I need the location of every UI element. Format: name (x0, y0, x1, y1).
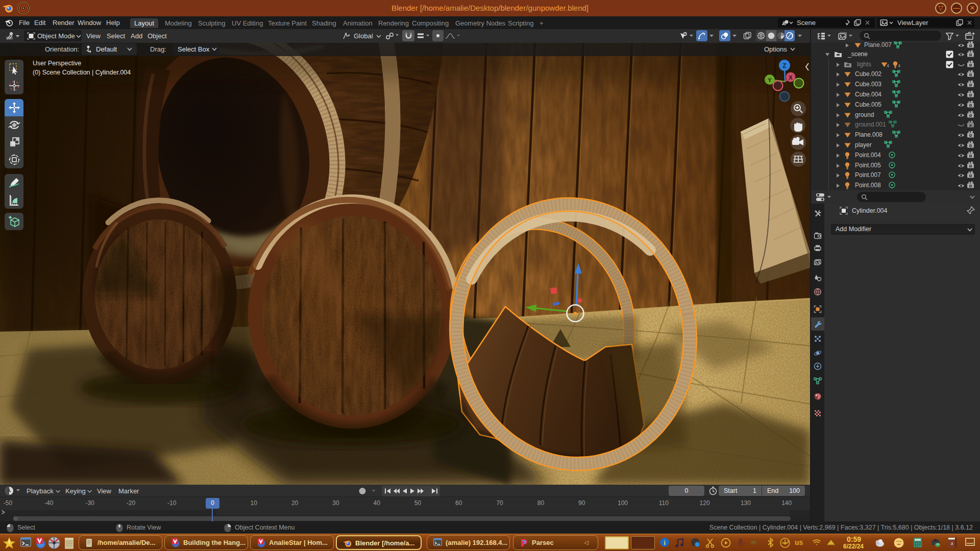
svg-text:a: a (951, 540, 953, 546)
svg-text:User Perspective: User Perspective (33, 60, 81, 67)
svg-text:Y: Y (768, 77, 772, 83)
svg-text:X: X (789, 74, 793, 81)
svg-text:(0) Scene Collection | Cylinde: (0) Scene Collection | Cylinder.004 (33, 69, 131, 76)
svg-text:i: i (664, 539, 666, 546)
svg-text:Z: Z (782, 62, 786, 69)
